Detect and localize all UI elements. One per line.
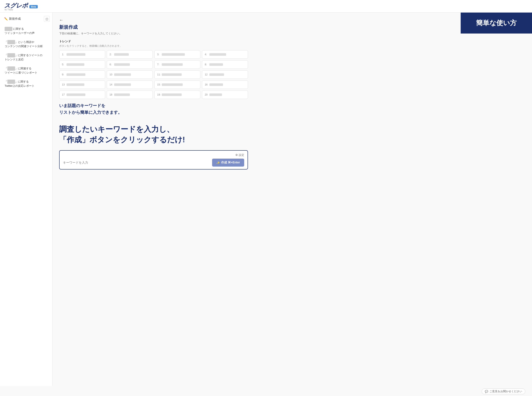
trend-bar (162, 63, 183, 66)
trend-num: 15: (157, 83, 161, 86)
trend-item[interactable]: 18 (107, 91, 153, 99)
trend-bar (162, 83, 183, 86)
help-panel-title: 簡単な使い方 (476, 18, 517, 28)
search-row: ✨ 作成 ⌘+Enter (63, 159, 244, 167)
trend-num: 12 (205, 73, 209, 76)
trend-item[interactable]: 7: (154, 60, 200, 69)
trend-item[interactable]: 19: (154, 91, 200, 99)
trend-num: 20 (205, 93, 209, 96)
trend-section-title: トレンド (59, 40, 525, 43)
trend-num: 13 (62, 83, 66, 86)
logo: スグレポ Beta by Trippy (4, 2, 38, 11)
sidebar-item-4-blur: ████ (7, 66, 15, 71)
trend-bar (114, 63, 130, 66)
trend-num: 10 (109, 73, 113, 76)
collapse-icon: ◫ (46, 17, 48, 21)
sidebar-item-5[interactable]: 「████」に関するTwitter上の反応レポート (2, 78, 50, 89)
main-layout: ✏️ 新規作成 ◫ ████ に関するツイッターユーザーの声 「████」という… (0, 12, 532, 386)
header: スグレポ Beta by Trippy (0, 0, 532, 12)
trend-bar (209, 73, 224, 76)
trend-num: 7: (157, 63, 161, 66)
trend-bar (114, 83, 131, 86)
sidebar-item-2[interactable]: 「████」という用語やコンテンツの関連ツイート分析 (2, 38, 50, 50)
new-create-label: 新規作成 (9, 17, 21, 21)
trend-item[interactable]: 4: (202, 50, 248, 59)
trend-bar (209, 83, 223, 86)
edit-icon: ✏️ (4, 17, 8, 21)
trend-num: 18 (109, 93, 113, 96)
trend-num: 5: (62, 63, 66, 66)
trend-num: 17 (62, 93, 66, 96)
trend-num: 4: (205, 53, 209, 56)
main-content: 簡単な使い方 ← 新規作成 下部の検索欄に、キーワードを入力してください。 トレ… (53, 12, 532, 386)
search-input[interactable] (63, 161, 209, 164)
trend-item[interactable]: 13 (59, 81, 105, 89)
feedback-icon: 💬 (485, 390, 488, 393)
sidebar-item-1[interactable]: ████ に関するツイッターユーザーの声 (2, 25, 50, 37)
feedback-label: ご意見をお聞かせください (490, 390, 522, 393)
trend-item[interactable]: 20 (202, 91, 248, 99)
trend-num: 6: (109, 63, 113, 66)
logo-text: スグレポ (4, 2, 28, 9)
highlight-text: いま話題のキーワードをリストから簡単に入力できます。 (59, 102, 525, 116)
feedback-link[interactable]: 💬 ご意見をお聞かせください (482, 389, 525, 394)
search-box-wrapper: ⚙ 設定 ✨ 作成 ⌘+Enter (59, 150, 248, 169)
trend-bar (66, 93, 85, 96)
trend-bar (66, 73, 85, 76)
trend-item[interactable]: 8: (202, 60, 248, 69)
trend-num: 3: (157, 53, 161, 56)
trend-section-subtitle: ボタンをクリックすると、検索欄に自動入力されます。 (59, 44, 525, 48)
trend-num: 8: (205, 63, 209, 66)
trend-item[interactable]: 11: (154, 70, 200, 79)
trend-bar (66, 83, 84, 86)
trend-bar (66, 53, 85, 56)
sidebar-item-3[interactable]: 「████」に関するツイートのトレンドと反応 (2, 52, 50, 63)
trend-item[interactable]: 9: (59, 70, 105, 79)
create-button[interactable]: ✨ 作成 ⌘+Enter (212, 159, 244, 167)
sidebar-collapse-button[interactable]: ◫ (44, 16, 50, 22)
trend-bar (66, 63, 84, 66)
create-label: 作成 ⌘+Enter (221, 161, 240, 164)
sidebar-top: ✏️ 新規作成 ◫ (2, 16, 50, 22)
sidebar-item-3-blur: ████ (7, 53, 15, 57)
trend-num: 11: (157, 73, 161, 76)
trend-num: 9: (62, 73, 66, 76)
trend-bar (209, 53, 226, 56)
trend-num: 16 (205, 83, 209, 86)
page-title: 新規作成 (59, 24, 525, 30)
trend-num: 2: (109, 53, 113, 56)
trend-item[interactable]: 3: (154, 50, 200, 59)
gear-icon: ⚙ (235, 153, 238, 157)
trend-item[interactable]: 14 (107, 81, 153, 89)
sidebar-item-5-blur: ████ (7, 80, 15, 84)
trend-num: 1: (62, 53, 66, 56)
search-box-top: ⚙ 設定 (63, 153, 244, 157)
trend-item[interactable]: 15: (154, 81, 200, 89)
trend-item[interactable]: 12 (202, 70, 248, 79)
trend-item[interactable]: 6: (107, 60, 153, 69)
help-panel: 簡単な使い方 (461, 12, 532, 34)
trend-item[interactable]: 16 (202, 81, 248, 89)
trend-bar (209, 63, 223, 66)
trend-num: 19: (157, 93, 161, 96)
trend-item[interactable]: 5: (59, 60, 105, 69)
trend-bar (162, 53, 185, 56)
feedback-bar: 💬 ご意見をお聞かせください (0, 386, 532, 396)
trend-bar (114, 53, 129, 56)
sidebar-item-4[interactable]: 「████」に関連するツイートに基づくレポート (2, 65, 50, 76)
sidebar-item-1-blur: ████ (5, 27, 12, 31)
trend-bar (114, 93, 130, 96)
back-arrow[interactable]: ← (59, 17, 63, 23)
page-subtitle: 下部の検索欄に、キーワードを入力してください。 (59, 32, 525, 35)
trend-item[interactable]: 2: (107, 50, 153, 59)
settings-link[interactable]: ⚙ 設定 (235, 153, 244, 157)
new-create-button[interactable]: ✏️ 新規作成 (2, 16, 23, 22)
trend-grid: 1: 2: 3: 4: 5: 6: 7: 8: 9: 10 (59, 50, 248, 99)
trend-item[interactable]: 17 (59, 91, 105, 99)
trend-bar (162, 73, 182, 76)
settings-label: 設定 (239, 153, 244, 157)
logo-area: スグレポ Beta by Trippy (4, 2, 38, 11)
trend-bar (162, 93, 182, 96)
trend-item[interactable]: 10 (107, 70, 153, 79)
trend-item[interactable]: 1: (59, 50, 105, 59)
